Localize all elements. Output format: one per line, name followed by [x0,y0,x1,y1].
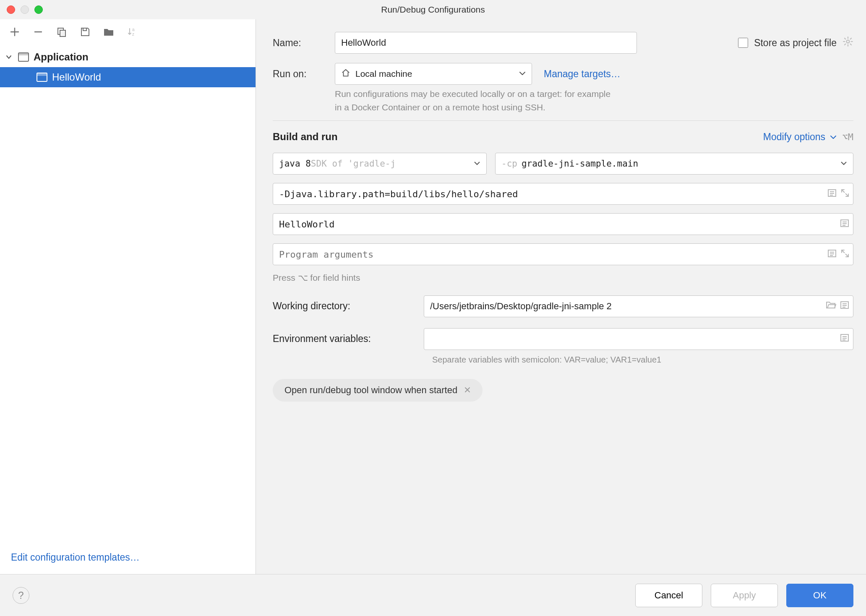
environment-variables-row: Environment variables: [273,328,853,350]
tree-item-helloworld[interactable]: HelloWorld [0,67,256,87]
ok-button[interactable]: OK [786,584,853,607]
vm-options-icons [827,183,849,205]
name-input[interactable] [335,32,637,54]
sidebar-toolbar: az [0,19,256,44]
folder-open-icon[interactable] [826,301,836,311]
cp-value: gradle-jni-sample.main [522,159,638,169]
program-args-icons [827,243,849,265]
configurations-sidebar: az Application HelloWorl [0,19,256,574]
list-icon[interactable] [840,333,849,345]
svg-text:a: a [132,27,135,32]
modify-options: Modify options ⌥M [763,131,853,143]
titlebar: Run/Debug Configurations [0,0,866,19]
chevron-down-icon [840,159,847,169]
name-label: Name: [273,37,335,49]
build-and-run-header: Build and run Modify options ⌥M [273,131,853,143]
modify-options-label: Modify options [763,131,825,142]
sort-config-button[interactable]: az [126,26,138,38]
tree-group-application[interactable]: Application [0,47,256,67]
dialog-body: az Application HelloWorl [0,19,866,574]
remove-config-button[interactable] [32,26,44,38]
config-tree[interactable]: Application HelloWorld [0,44,256,543]
manage-targets-link[interactable]: Manage targets… [544,68,621,80]
footer-buttons: Cancel Apply OK [635,584,853,607]
chevron-down-icon [4,51,13,63]
svg-rect-6 [18,53,29,55]
save-config-button[interactable] [79,26,91,38]
vm-options-input[interactable] [273,183,853,205]
jdk-tail: SDK of 'gradle-j [311,159,396,169]
expand-icon[interactable] [841,249,849,260]
close-icon[interactable] [464,385,471,396]
runon-label: Run on: [273,68,335,80]
modify-options-shortcut: ⌥M [843,132,854,142]
application-type-icon [18,51,29,63]
env-hint: Separate variables with semicolon: VAR=v… [432,355,853,365]
svg-rect-1 [60,30,65,37]
program-args-row [273,243,853,265]
window-title: Run/Debug Configurations [0,5,866,15]
vm-options-row [273,183,853,205]
working-dir-icons [826,295,849,317]
field-hints: Press ⌥ for field hints [273,271,853,285]
chevron-down-icon [519,69,526,79]
open-tool-window-chip[interactable]: Open run/debug tool window when started [273,379,483,402]
classpath-dropdown[interactable]: -cp gradle-jni-sample.main [495,153,853,175]
store-as-project-file-checkbox[interactable] [738,38,748,48]
jdk-dropdown[interactable]: java 8 SDK of 'gradle-j [273,153,487,175]
apply-button: Apply [711,584,778,607]
name-row: Name: Store as project file [273,32,853,54]
add-config-button[interactable] [8,26,21,38]
store-as-project-file: Store as project file [738,36,853,50]
runon-hint-line2: in a Docker Container or on a remote hos… [335,101,853,114]
store-as-project-file-label: Store as project file [754,37,837,49]
cp-prefix: -cp [501,159,517,169]
list-icon[interactable] [840,219,849,230]
help-button[interactable]: ? [13,587,29,604]
list-icon[interactable] [827,188,837,200]
svg-point-9 [847,40,850,43]
gear-icon[interactable] [843,36,853,50]
svg-rect-8 [37,73,47,76]
edit-templates-link[interactable]: Edit configuration templates… [11,552,140,563]
jdk-cp-row: java 8 SDK of 'gradle-j -cp gradle-jni-s… [273,153,853,175]
cancel-button[interactable]: Cancel [635,584,702,607]
runon-hint-line1: Run configurations may be executed local… [335,87,853,101]
chevron-down-icon [474,159,480,169]
copy-config-button[interactable] [55,26,68,38]
program-args-input[interactable] [273,243,853,265]
runon-value: Local machine [355,69,412,79]
section-title: Build and run [273,131,338,143]
runon-dropdown[interactable]: Local machine [335,63,532,85]
main-class-row [273,213,853,235]
expand-icon[interactable] [841,189,849,199]
main-class-input[interactable] [273,213,853,235]
edit-templates-row: Edit configuration templates… [0,543,256,574]
configuration-form: Name: Store as project file Run on: Loca [256,19,866,574]
chip-label: Open run/debug tool window when started [284,385,457,396]
tree-item-label: HelloWorld [52,71,101,83]
env-icons [840,328,849,350]
modify-options-link[interactable]: Modify options [763,131,837,143]
application-type-icon [36,71,48,83]
working-directory-label: Working directory: [273,300,424,312]
divider [273,120,853,121]
run-debug-configurations-window: Run/Debug Configurations [0,0,866,616]
build-and-run-body: java 8 SDK of 'gradle-j -cp gradle-jni-s… [273,153,853,285]
runon-hint: Run configurations may be executed local… [335,87,853,114]
main-class-icons [840,213,849,235]
list-icon[interactable] [840,300,849,312]
tree-group-label: Application [34,51,89,63]
environment-variables-input[interactable] [424,328,853,350]
jdk-value: java 8 [279,159,311,169]
dialog-footer: ? Cancel Apply OK [0,574,866,616]
working-directory-row: Working directory: [273,295,853,317]
working-directory-input[interactable] [424,295,853,317]
runon-row: Run on: Local machine Manage targets… [273,63,853,85]
home-icon [341,68,350,80]
environment-variables-label: Environment variables: [273,333,424,345]
folder-config-button[interactable] [102,26,115,38]
list-icon[interactable] [827,249,837,260]
svg-text:z: z [132,32,134,37]
